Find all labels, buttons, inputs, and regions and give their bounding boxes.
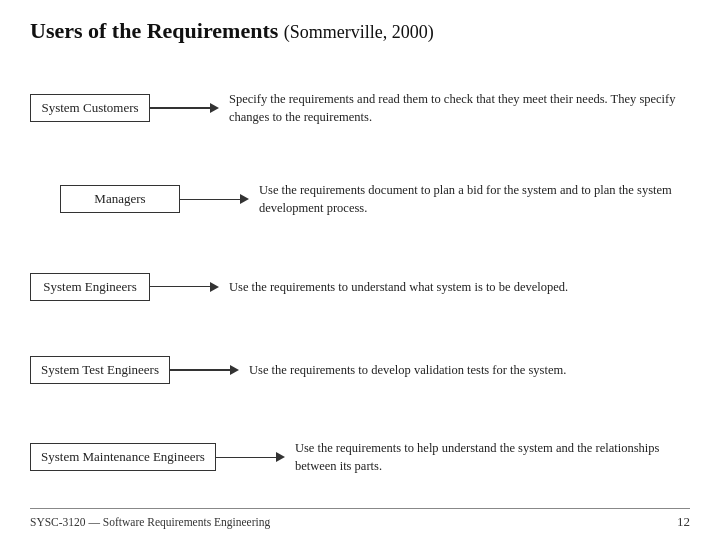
desc-1: Use the requirements document to plan a … <box>249 181 690 217</box>
box-system-test-engineers: System Test Engineers <box>30 356 170 384</box>
title-main: Users of the Requirements <box>30 18 278 43</box>
row-0: System Customers Specify the requirement… <box>30 90 690 126</box>
arrowhead-1 <box>240 194 249 204</box>
page-title: Users of the Requirements (Sommerville, … <box>30 18 690 44</box>
desc-0: Specify the requirements and read them t… <box>219 90 690 126</box>
footer-left: SYSC-3120 — Software Requirements Engine… <box>30 516 270 528</box>
arrow-line-4 <box>216 457 276 459</box>
desc-2: Use the requirements to understand what … <box>219 278 690 296</box>
title-subtitle: (Sommerville, 2000) <box>284 22 434 42</box>
arrow-1 <box>180 194 249 204</box>
arrow-line-3 <box>170 369 230 371</box>
arrowhead-3 <box>230 365 239 375</box>
row-2: System Engineers Use the requirements to… <box>30 273 690 301</box>
arrow-3 <box>170 365 239 375</box>
arrow-0 <box>150 103 219 113</box>
desc-3: Use the requirements to develop validati… <box>239 361 690 379</box>
arrow-4 <box>216 452 285 462</box>
arrow-line-0 <box>150 107 210 109</box>
row-4: System Maintenance Engineers Use the req… <box>30 439 690 475</box>
arrow-line-1 <box>180 199 240 201</box>
arrowhead-0 <box>210 103 219 113</box>
arrow-2 <box>150 282 219 292</box>
footer: SYSC-3120 — Software Requirements Engine… <box>30 508 690 530</box>
arrow-line-2 <box>150 286 210 288</box>
row-3: System Test Engineers Use the requiremen… <box>30 356 690 384</box>
footer-right: 12 <box>677 514 690 530</box>
row-1: Managers Use the requirements document t… <box>30 181 690 217</box>
desc-4: Use the requirements to help understand … <box>285 439 690 475</box>
box-system-engineers: System Engineers <box>30 273 150 301</box>
box-system-customers: System Customers <box>30 94 150 122</box>
arrowhead-2 <box>210 282 219 292</box>
box-managers: Managers <box>60 185 180 213</box>
rows-area: System Customers Specify the requirement… <box>30 62 690 503</box>
page: Users of the Requirements (Sommerville, … <box>0 0 720 540</box>
arrowhead-4 <box>276 452 285 462</box>
box-system-maintenance-engineers: System Maintenance Engineers <box>30 443 216 471</box>
